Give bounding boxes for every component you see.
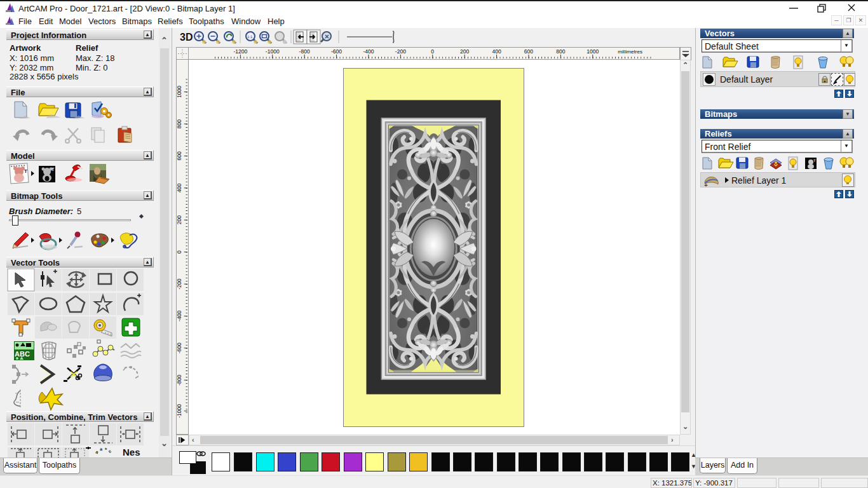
svg-text:T: T bbox=[24, 168, 27, 174]
svg-text:-200: -200 bbox=[176, 278, 182, 289]
svg-text:-800: -800 bbox=[176, 374, 182, 385]
svg-text:+: + bbox=[704, 182, 708, 187]
svg-text:1000: 1000 bbox=[176, 86, 182, 98]
svg-text:600: 600 bbox=[524, 48, 534, 55]
svg-text:600: 600 bbox=[176, 151, 182, 161]
svg-text:-400: -400 bbox=[363, 48, 374, 55]
svg-text:0: 0 bbox=[176, 250, 182, 254]
svg-text:3D: 3D bbox=[180, 32, 193, 43]
svg-text:-1000: -1000 bbox=[176, 404, 182, 418]
svg-text:400: 400 bbox=[492, 48, 501, 55]
svg-text:+: + bbox=[104, 446, 107, 451]
svg-text:a: a bbox=[95, 449, 99, 454]
svg-text:millimetres: millimetres bbox=[618, 49, 642, 55]
svg-text:200: 200 bbox=[460, 48, 470, 55]
svg-text:-1000: -1000 bbox=[266, 48, 280, 55]
svg-text:0: 0 bbox=[431, 48, 434, 55]
svg-text:c: c bbox=[107, 449, 112, 454]
svg-text:T: T bbox=[51, 167, 55, 172]
svg-text:1000: 1000 bbox=[587, 48, 599, 55]
svg-text:-800: -800 bbox=[299, 48, 310, 55]
svg-text:800: 800 bbox=[176, 119, 182, 129]
svg-text:-600: -600 bbox=[331, 48, 342, 55]
svg-text:1:1: 1:1 bbox=[247, 35, 253, 39]
svg-text:-200: -200 bbox=[395, 48, 406, 55]
svg-text:-1200: -1200 bbox=[233, 48, 247, 55]
svg-text:a: a bbox=[100, 447, 103, 451]
svg-text:400: 400 bbox=[176, 183, 182, 193]
svg-text:Nes: Nes bbox=[123, 447, 140, 458]
svg-text:-600: -600 bbox=[176, 342, 182, 353]
svg-text:200: 200 bbox=[176, 215, 182, 225]
svg-text:800: 800 bbox=[556, 48, 566, 55]
svg-text:ABC: ABC bbox=[15, 350, 30, 358]
svg-text:-400: -400 bbox=[176, 311, 182, 322]
svg-text:T: T bbox=[813, 159, 816, 163]
